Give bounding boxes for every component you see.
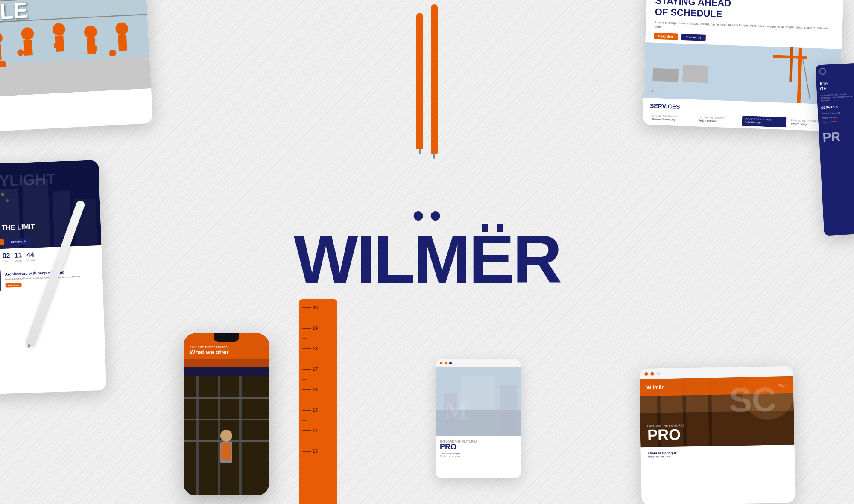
logo-area: WILMËR [294, 211, 561, 293]
br-pro-section: EXPLORE THE FEATURES PRO [647, 424, 685, 443]
dfr-services-tabs: General Contracting Project Planning Ref… [821, 111, 854, 123]
ruler-mark-16-5 [299, 374, 337, 385]
contact-us-button[interactable]: Contact Us [681, 34, 705, 41]
ruler-number-17: 17 [313, 367, 318, 372]
ruler-line-long [302, 328, 311, 329]
dfr-tab-general[interactable]: General Contracting [821, 111, 854, 115]
ruler-mark-14: 14 [299, 425, 337, 436]
svg-rect-40 [239, 376, 242, 495]
ruler-line-short [302, 400, 307, 400]
ruler-mark-18: 18 [299, 344, 337, 354]
ruler-mark-20: 20 [299, 303, 337, 313]
ruler-mark-17: 17 [299, 364, 337, 374]
ruler-number-20: 20 [313, 305, 318, 310]
tablet-top-right: STAYING AHEAD OF SCHEDULE Etiam sceleris… [645, 0, 841, 128]
sky-read-more-btn[interactable]: Read More [0, 239, 4, 246]
br-dot-orange [644, 372, 648, 376]
device-far-right-frame: STAOF Lorem ipsum dolor sit amet consect… [816, 63, 854, 236]
tab-project-planning[interactable]: EXPLORE THE FEATURES Project Planning [696, 114, 740, 126]
ruler-mark-18-5 [299, 333, 337, 344]
arch-thumbnail [0, 269, 1, 291]
br-bottom-text: Etiam scelerisque Morbi rutrum mag... [640, 445, 795, 463]
bc-dot-1 [440, 362, 442, 364]
crane-scene: ‹ › [643, 42, 842, 105]
ruler-line-long [302, 430, 311, 431]
brand-name: WILMËR [294, 225, 561, 293]
dfr-services-label: SERVICES [821, 104, 854, 110]
bc-pro-title: PRO [440, 443, 517, 451]
ruler-mark-14-5 [299, 415, 337, 425]
ruler-mark-19-5 [299, 313, 337, 323]
br-wilmer-title: Wilmër [646, 384, 664, 390]
svg-rect-39 [218, 376, 220, 495]
phone-offer-text: What we offer [190, 349, 229, 355]
skylight-bg-text: SKYLIGHT [0, 170, 56, 190]
construction-header: STAYING AHEAD OF SCHEDULE Etiam sceleris… [645, 0, 843, 49]
ruler-line-short [302, 359, 307, 359]
tablet-frame-top-right: STAYING AHEAD OF SCHEDULE Etiam sceleris… [643, 0, 844, 131]
br-dot-gray [656, 372, 660, 375]
ruler-line-long [302, 410, 311, 411]
sc-watermark: SC [729, 380, 777, 420]
tablet-headline-overlay: DULE [0, 0, 29, 26]
pens-decoration [397, 0, 457, 162]
tablet-bottom-center: M EXPLORE THE FEATURES PRO Etiam sceleri… [436, 359, 521, 478]
ruler-line-short [302, 379, 307, 380]
arch-thumbnail-svg [0, 269, 1, 291]
ruler-markings: 20 19 18 17 16 [299, 299, 337, 504]
br-dot-orange2 [650, 372, 654, 376]
tablet-bc-frame: M EXPLORE THE FEATURES PRO Etiam sceleri… [436, 359, 521, 478]
dfr-stay-text: STAOF [820, 79, 854, 91]
svg-rect-21 [682, 65, 708, 83]
crane-svg [643, 42, 842, 105]
arch-content: Architecture with people in mind Lorem i… [5, 269, 81, 288]
bc-text-section: EXPLORE THE FEATURES PRO Etiam scelerisq… [436, 436, 521, 462]
dfr-top-bar [816, 63, 854, 78]
dfr-tab-refurb[interactable]: Refurbishment [822, 119, 854, 123]
read-more-button[interactable]: Read More [654, 33, 678, 40]
dfr-tab-planning[interactable]: Project Planning [822, 115, 854, 119]
tablet-frame-bottom-right: Wilmër Page EXPLORE THE FEATURES PRO SC [639, 366, 796, 504]
bc-dot-3 [449, 362, 452, 364]
svg-rect-31 [6, 199, 9, 202]
staying-ahead-title: STAYING AHEAD OF SCHEDULE [655, 0, 835, 24]
ruler-number-14: 14 [313, 428, 318, 433]
pen-left [416, 13, 423, 149]
services-tabs: EXPLORE THE FEATURES General Contracting… [649, 113, 833, 129]
ruler-number-13: 13 [313, 449, 318, 454]
ruler-mark-13: 13 [299, 446, 337, 456]
tab-refurbishment[interactable]: EXPLORE THE FEATURES Refurbishment [742, 116, 786, 128]
bc-scene-svg: M [436, 367, 521, 436]
ruler-mark-15-5 [299, 395, 337, 405]
bc-dot-2 [445, 362, 447, 364]
ruler-mark-15: 15 [299, 405, 337, 415]
dfr-body-text: Lorem ipsum dolor sit amet consectetur a… [820, 92, 854, 102]
br-pro-text: PRO [647, 427, 685, 443]
tablet-frame-top-left: DULE [0, 0, 153, 133]
ruler-decoration: 20 19 18 17 16 [299, 299, 337, 504]
ruler-mark-16: 16 [299, 385, 337, 395]
phone-offer-scene: EXPLORE THE FEATURES What we offer [184, 333, 269, 495]
tab-general-contracting[interactable]: EXPLORE THE FEATURES General Contracting [649, 113, 693, 125]
countdown-minutes: 11 Minutes [14, 251, 22, 262]
br-construction-scene: Wilmër Page EXPLORE THE FEATURES PRO SC [640, 376, 795, 447]
svg-rect-57 [500, 385, 517, 436]
ruler-line-long [302, 348, 311, 349]
sky-scene: SKYLIGHT SKY'S THE LIMIT Read More Conta… [0, 160, 101, 250]
phone-center: EXPLORE THE FEATURES What we offer [184, 333, 269, 495]
tablet-top-left: DULE [0, 0, 149, 128]
ruler-line-short [302, 441, 307, 441]
ruler-line-short [302, 420, 307, 421]
ruler-number-19: 19 [313, 326, 318, 331]
countdown-hours: 02 Hours [2, 252, 10, 262]
dfr-pr-text: PR [822, 128, 854, 145]
ruler-line-short [302, 318, 307, 318]
svg-rect-20 [652, 68, 679, 82]
pen-right [431, 4, 438, 154]
svg-rect-25 [22, 179, 50, 248]
construction-scene: DULE [0, 0, 151, 98]
sky-contact-btn[interactable]: Contact Us [6, 238, 31, 245]
svg-rect-38 [196, 376, 199, 495]
dfr-circle [819, 68, 826, 75]
arch-read-more-btn[interactable]: Read More [5, 283, 21, 287]
